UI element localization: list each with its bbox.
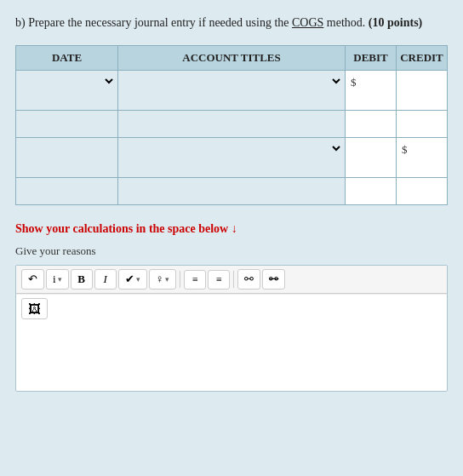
checkmark-icon: ✔: [125, 272, 134, 286]
debit-input-2[interactable]: [347, 140, 392, 157]
credit-cell-1: [397, 71, 448, 111]
unlink-icon: ⚯: [269, 272, 278, 286]
table-row-2b: [16, 178, 448, 205]
cogs-text: COGS: [292, 16, 323, 29]
debit-input-1[interactable]: [347, 91, 392, 108]
date-cell-2b: [16, 178, 118, 205]
header-credit: CREDIT: [397, 46, 448, 71]
debit-cell-2b: [346, 178, 397, 205]
cogs-underline: COGS: [292, 16, 323, 29]
show-calculations-label: Show your calculations in the space belo…: [15, 222, 448, 236]
journal-table: DATE ACCOUNT TITLES DEBIT CREDIT: [15, 45, 448, 205]
toolbar-separator-2: [233, 271, 234, 288]
bold-icon: B: [77, 272, 85, 286]
table-row-1: $: [16, 71, 448, 111]
header-debit: DEBIT: [346, 46, 397, 71]
date-cell-1: [16, 71, 118, 111]
ordered-list-icon: ≡: [216, 273, 222, 286]
unordered-list-icon: ≡: [192, 273, 198, 286]
credit-input-2[interactable]: [398, 158, 443, 175]
table-row-2: $: [16, 138, 448, 178]
debit-dollar-sign-1: $: [347, 72, 394, 91]
link-icon: ⚯: [244, 272, 254, 286]
info-button[interactable]: i ▾: [46, 269, 69, 290]
debit-cell-1b: [346, 111, 397, 138]
special-dropdown-arrow: ▾: [165, 275, 169, 284]
header-date: DATE: [16, 46, 118, 71]
points-label: (10 points): [369, 16, 422, 29]
special-char-icon: ♀: [156, 272, 164, 286]
account-cell-1: [118, 71, 346, 111]
account-select-2[interactable]: [120, 140, 343, 158]
intro-text-start: b) Prepare the necessary journal entry i…: [15, 16, 292, 29]
rich-text-editor: ↶ i ▾ B I ✔ ▾ ♀ ▾ ≡: [15, 265, 448, 392]
special-char-button[interactable]: ♀ ▾: [149, 269, 177, 290]
format-dropdown-arrow: ▾: [136, 275, 140, 284]
intro-text-end: method.: [323, 16, 365, 29]
unlink-button[interactable]: ⚯: [262, 269, 285, 290]
bold-button[interactable]: B: [71, 269, 93, 290]
link-button[interactable]: ⚯: [237, 269, 260, 290]
format-button[interactable]: ✔ ▾: [118, 269, 147, 290]
undo-button[interactable]: ↶: [21, 269, 44, 290]
date-select-1[interactable]: [18, 72, 116, 90]
credit-input-1[interactable]: [398, 72, 443, 89]
info-dropdown-arrow: ▾: [58, 275, 62, 284]
date-cell-1b: [16, 111, 118, 138]
undo-icon: ↶: [28, 272, 37, 286]
credit-cell-2b: [397, 178, 448, 205]
give-reasons-label: Give your reasons: [15, 244, 448, 258]
main-container: b) Prepare the necessary journal entry i…: [0, 0, 463, 476]
table-row-1b: [16, 111, 448, 138]
date-cell-2: [16, 138, 118, 178]
italic-icon: I: [103, 272, 106, 286]
account-cell-1b: [118, 111, 346, 138]
image-icon: 🖼: [28, 301, 41, 316]
credit-dollar-sign-2: $: [398, 140, 445, 158]
ordered-list-button[interactable]: ≡: [208, 270, 230, 290]
credit-cell-1b: [397, 111, 448, 138]
info-icon: i: [53, 272, 56, 286]
intro-paragraph: b) Prepare the necessary journal entry i…: [15, 14, 448, 32]
credit-cell-2: $: [397, 138, 448, 178]
debit-cell-2: [346, 138, 397, 178]
account-cell-2b: [118, 178, 346, 205]
toolbar-separator-1: [180, 271, 180, 288]
editor-toolbar: ↶ i ▾ B I ✔ ▾ ♀ ▾ ≡: [16, 266, 447, 294]
header-account-titles: ACCOUNT TITLES: [118, 46, 346, 71]
unordered-list-button[interactable]: ≡: [184, 270, 206, 290]
debit-cell-1: $: [346, 71, 397, 111]
insert-image-button[interactable]: 🖼: [21, 298, 48, 319]
editor-body[interactable]: [16, 323, 447, 391]
italic-button[interactable]: I: [94, 269, 117, 290]
editor-image-row: 🖼: [16, 294, 447, 323]
account-cell-2: [118, 138, 346, 178]
account-select-1[interactable]: [120, 72, 343, 90]
